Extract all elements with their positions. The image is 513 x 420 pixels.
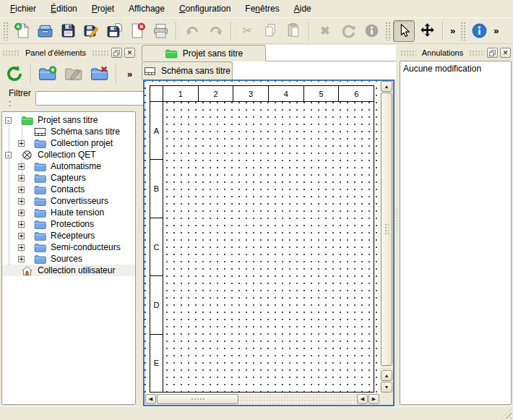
expand-expander[interactable]: + — [18, 140, 25, 147]
tree-item-semi-conducteurs[interactable]: + Semi-conducteurs — [2, 241, 135, 253]
copy-button[interactable] — [259, 20, 281, 42]
tree-item-label: Automatisme — [51, 161, 101, 171]
expand-expander[interactable]: + — [18, 210, 25, 216]
menu-fenetres[interactable]: Fenêtres — [238, 1, 286, 17]
scroll-left-button[interactable]: ◀ — [145, 394, 156, 404]
tree-item-recepteurs[interactable]: + Récepteurs — [2, 230, 135, 241]
close-panel-button[interactable]: ✕ — [124, 48, 135, 58]
toolbar-drag-handle[interactable] — [3, 22, 8, 40]
save-button[interactable] — [57, 20, 79, 42]
scroll-left-button[interactable]: ◀ — [357, 394, 368, 404]
filter-input[interactable] — [35, 91, 153, 106]
resize-grip[interactable] — [501, 408, 512, 419]
menu-affichage[interactable]: Affichage — [121, 1, 172, 17]
expand-expander[interactable]: + — [18, 256, 25, 262]
elements-panel-titlebar: Panel d'éléments ✕ — [0, 45, 137, 59]
tree-item-collection-qet[interactable]: - Collection QET — [2, 149, 135, 160]
collapse-expander[interactable]: - — [5, 117, 12, 124]
close-panel-button[interactable]: ✕ — [500, 48, 511, 58]
project-tab-label: Projet sans titre — [183, 48, 243, 59]
float-panel-button[interactable] — [487, 48, 498, 58]
scroll-down-button[interactable]: ▼ — [381, 382, 392, 393]
horizontal-scrollbar-thumb[interactable] — [157, 394, 238, 404]
drawing-area[interactable] — [163, 102, 374, 392]
arrow-up-icon: ▲ — [384, 84, 389, 89]
folder-icon — [34, 242, 46, 253]
menu-aide[interactable]: Aide — [287, 1, 319, 17]
delete-folder-icon — [90, 66, 109, 82]
scroll-up-button[interactable]: ▲ — [381, 370, 392, 381]
save-as-button[interactable] — [80, 20, 102, 42]
scroll-up-button[interactable]: ▲ — [381, 81, 392, 92]
float-panel-button[interactable] — [111, 48, 122, 58]
tree-item-label: Schéma sans titre — [51, 127, 120, 137]
vertical-scrollbar-thumb[interactable] — [381, 93, 392, 366]
pan-mode-button[interactable] — [416, 20, 438, 42]
delete-category-button[interactable] — [88, 62, 111, 85]
titlebar-texture — [469, 50, 485, 56]
menu-configuration[interactable]: Configuration — [172, 1, 238, 17]
element-information-button[interactable] — [361, 20, 382, 42]
menu-fichier[interactable]: Fichier — [3, 1, 43, 17]
tree-item-label: Collection projet — [51, 138, 113, 148]
new-category-button[interactable] — [36, 62, 59, 85]
close-document-button[interactable] — [126, 20, 148, 42]
open-project-icon — [37, 22, 53, 39]
tree-item-schema-sans-titre[interactable]: Schéma sans titre — [2, 126, 135, 137]
print-button[interactable] — [150, 20, 171, 42]
cut-button[interactable]: ✂ — [236, 20, 258, 42]
edit-category-button[interactable] — [62, 62, 85, 85]
tree-item-contacts[interactable]: + Contacts — [2, 184, 135, 195]
expand-expander[interactable]: + — [18, 187, 25, 193]
redo-button[interactable] — [204, 20, 226, 42]
vertical-scrollbar[interactable]: ▲ ▲ ▼ — [380, 81, 393, 393]
save-all-button[interactable] — [103, 20, 125, 42]
tree-item-label: Collection QET — [38, 150, 96, 160]
expand-expander[interactable]: + — [18, 233, 25, 239]
undo-history-item[interactable]: Aucune modification — [403, 63, 508, 74]
menu-edition[interactable]: Édition — [43, 1, 85, 17]
scroll-right-button[interactable]: ▶ — [368, 394, 379, 404]
panel-toolbar-separator — [30, 64, 32, 84]
undo-button[interactable] — [181, 20, 203, 42]
horizontal-scrollbar[interactable]: ◀ ◀ ▶ — [145, 393, 380, 405]
tree-item-collection-projet[interactable]: + Collection projet — [2, 137, 135, 149]
expand-expander[interactable]: + — [18, 163, 25, 170]
select-mode-button[interactable] — [393, 20, 415, 42]
tree-item-automatisme[interactable]: + Automatisme — [2, 160, 135, 172]
collapse-expander[interactable]: - — [5, 152, 12, 158]
project-tab[interactable]: Projet sans titre — [142, 45, 266, 61]
tree-item-sources[interactable]: + Sources — [2, 253, 135, 265]
tree-item-haute-tension[interactable]: + Haute tension — [2, 207, 135, 218]
schema-scene[interactable]: 1 2 3 4 5 6 A B C D E — [145, 81, 380, 393]
folder-icon — [34, 207, 46, 218]
tree-item-protections[interactable]: + Protections — [2, 218, 135, 230]
menu-projet[interactable]: Projet — [85, 1, 121, 17]
reload-collections-button[interactable] — [3, 62, 26, 85]
tree-item-convertisseurs[interactable]: + Convertisseurs — [2, 195, 135, 207]
open-project-button[interactable] — [34, 20, 56, 42]
toolbar-separator — [176, 22, 177, 40]
toolbar-overflow-chevron[interactable]: » — [447, 25, 458, 36]
delete-button[interactable]: ✖ — [314, 20, 336, 42]
toolbar-overflow-chevron[interactable]: » — [491, 25, 501, 36]
paste-button[interactable] — [283, 20, 304, 42]
new-document-button[interactable] — [11, 20, 33, 42]
tree-item-capteurs[interactable]: + Capteurs — [2, 172, 135, 184]
expand-expander[interactable]: + — [18, 198, 25, 205]
expand-expander[interactable]: + — [18, 175, 25, 181]
copy-icon — [262, 22, 279, 39]
diagram-information-button[interactable] — [468, 20, 490, 42]
tree-item-collection-utilisateur[interactable]: Collection utilisateur — [2, 265, 135, 276]
schema-tab[interactable]: Schéma sans titre — [142, 61, 233, 80]
toolbar-drag-handle[interactable] — [460, 22, 465, 40]
rotate-button[interactable] — [337, 20, 359, 42]
tree-item-projet-sans-titre[interactable]: - Projet sans titre — [2, 114, 135, 126]
expand-expander[interactable]: + — [18, 221, 25, 228]
toolbar-drag-handle[interactable] — [385, 22, 390, 40]
column-header: 4 — [269, 86, 304, 101]
panel-overflow-chevron[interactable]: » — [127, 69, 132, 80]
expand-expander[interactable]: + — [18, 244, 25, 251]
arrow-left-icon: ◀ — [361, 396, 364, 402]
folder-icon — [34, 184, 46, 195]
